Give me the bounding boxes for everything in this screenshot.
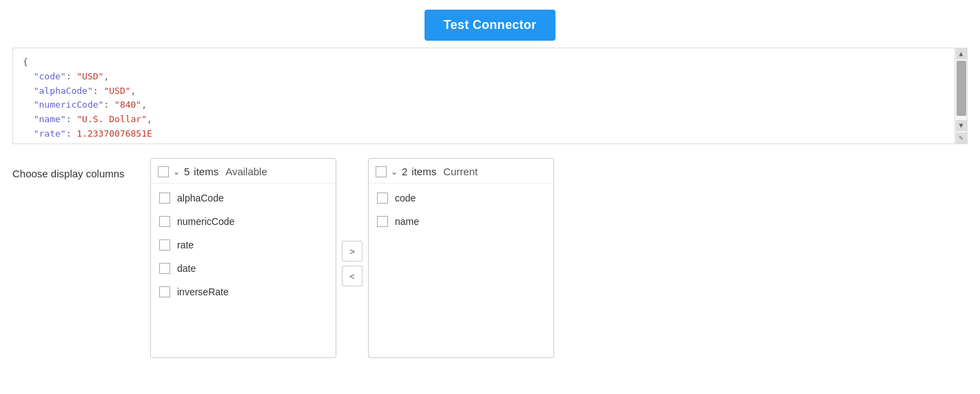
current-item-name[interactable]: name xyxy=(369,210,553,233)
transfer-buttons: > < xyxy=(336,241,368,286)
available-count: 5 xyxy=(184,166,190,177)
available-count-label: items xyxy=(194,166,218,177)
item-checkbox-rate[interactable] xyxy=(159,239,170,250)
json-key-numericcode: "numericCode" xyxy=(34,99,104,110)
current-count: 2 xyxy=(402,166,407,177)
columns-area: ⌄ 5 items Available alphaCode numericCod… xyxy=(150,158,554,358)
json-key-rate: "rate" xyxy=(34,128,66,139)
current-title: Current xyxy=(443,166,478,177)
json-value-rate: 1.23370076851E xyxy=(76,128,152,139)
available-item-numericcode[interactable]: numericCode xyxy=(151,210,336,233)
json-display: { "code": "USD", "alphaCode": "USD", "nu… xyxy=(12,48,968,144)
json-value-alphacode: "USD" xyxy=(103,86,130,96)
test-connector-button[interactable]: Test Connector xyxy=(425,10,556,41)
scroll-edit-button[interactable]: ✎ xyxy=(956,132,967,144)
available-title: Available xyxy=(225,166,267,177)
item-checkbox-date[interactable] xyxy=(159,263,170,274)
json-value-code: "USD" xyxy=(76,71,103,81)
current-panel-header: ⌄ 2 items Current xyxy=(369,159,553,184)
current-item-code[interactable]: code xyxy=(369,186,553,210)
json-key-name: "name" xyxy=(34,114,66,124)
item-label-date: date xyxy=(177,263,196,274)
current-items-list: code name xyxy=(369,184,553,353)
item-label-name: name xyxy=(395,216,419,227)
item-checkbox-name[interactable] xyxy=(377,216,388,227)
available-item-inverserate[interactable]: inverseRate xyxy=(151,280,336,304)
item-checkbox-alphacode[interactable] xyxy=(159,193,170,204)
available-chevron-icon: ⌄ xyxy=(173,167,180,177)
item-checkbox-numericcode[interactable] xyxy=(159,216,170,227)
item-label-inverserate: inverseRate xyxy=(177,286,229,297)
json-value-numericcode: "840" xyxy=(114,99,141,110)
scroll-up-button[interactable]: ▲ xyxy=(956,48,967,59)
item-label-alphacode: alphaCode xyxy=(177,193,224,204)
available-items-list: alphaCode numericCode rate date xyxy=(151,184,336,353)
current-select-all-checkbox[interactable] xyxy=(376,166,387,177)
available-panel-body: alphaCode numericCode rate date xyxy=(151,184,336,353)
json-brace-open: { xyxy=(23,57,28,67)
scroll-thumb xyxy=(957,61,966,116)
scroll-down-button[interactable]: ▼ xyxy=(956,120,967,131)
header: Test Connector xyxy=(0,0,980,48)
available-panel-header: ⌄ 5 items Available xyxy=(151,159,336,184)
available-item-date[interactable]: date xyxy=(151,257,336,280)
item-label-rate: rate xyxy=(177,239,194,250)
current-panel: ⌄ 2 items Current code name xyxy=(368,158,554,358)
available-select-all-checkbox[interactable] xyxy=(158,166,169,177)
current-chevron-icon: ⌄ xyxy=(391,167,398,177)
available-panel: ⌄ 5 items Available alphaCode numericCod… xyxy=(150,158,336,358)
json-key-alphacode: "alphaCode" xyxy=(34,86,93,96)
current-count-label: items xyxy=(411,166,436,177)
item-label-code: code xyxy=(395,193,416,204)
bottom-section: Choose display columns ⌄ 5 items Availab… xyxy=(0,144,980,358)
transfer-right-button[interactable]: > xyxy=(342,241,363,262)
transfer-left-button[interactable]: < xyxy=(342,266,363,286)
choose-label: Choose display columns xyxy=(12,168,150,179)
current-panel-body: code name xyxy=(369,184,553,353)
item-checkbox-code[interactable] xyxy=(377,193,388,204)
available-item-rate[interactable]: rate xyxy=(151,233,336,257)
json-scrollbar[interactable]: ▲ ▼ ✎ xyxy=(955,48,967,144)
item-label-numericcode: numericCode xyxy=(177,216,234,227)
json-content: { "code": "USD", "alphaCode": "USD", "nu… xyxy=(23,55,957,141)
json-value-name: "U.S. Dollar" xyxy=(76,114,147,124)
item-checkbox-inverserate[interactable] xyxy=(159,286,170,297)
json-key-code: "code" xyxy=(34,71,66,81)
available-item-alphacode[interactable]: alphaCode xyxy=(151,186,336,210)
